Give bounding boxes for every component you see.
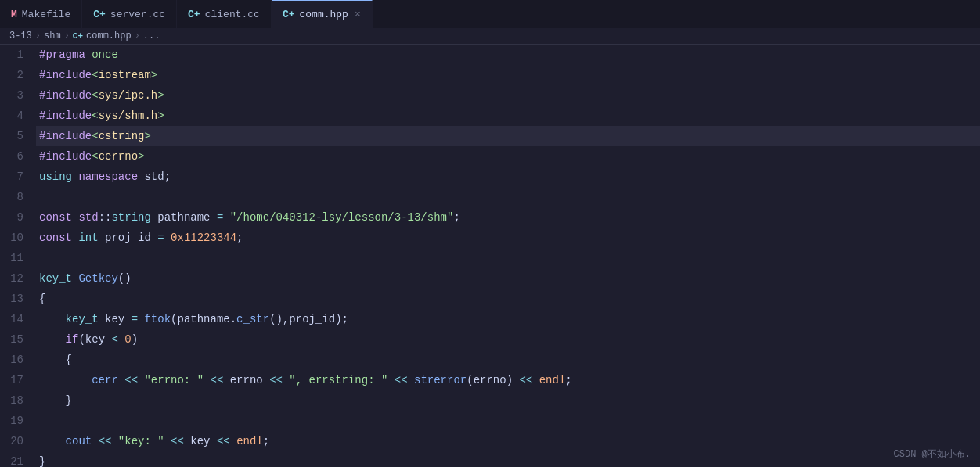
code-line-3: #include<sys/ipc.h> [36, 85, 980, 106]
breadcrumb: 3-13 › shm › C+ comm.hpp › ... [0, 28, 980, 45]
cpp-icon-server: C+ [93, 9, 106, 20]
code-line-13: { [36, 289, 980, 309]
breadcrumb-sep-3: › [135, 31, 140, 41]
tab-close-comm-hpp[interactable]: × [355, 9, 361, 20]
hpp-icon-comm: C+ [283, 9, 295, 20]
tab-comm-hpp[interactable]: C+ comm.hpp × [272, 0, 373, 28]
code-line-16: { [36, 350, 980, 370]
breadcrumb-sep-1: › [35, 31, 41, 41]
breadcrumb-sep-2: › [64, 31, 70, 41]
breadcrumb-part-4: ... [143, 31, 160, 41]
breadcrumb-part-2: shm [44, 31, 61, 41]
code-line-18: } [36, 390, 980, 411]
code-line-19 [36, 411, 980, 431]
code-line-8 [36, 187, 980, 207]
tab-makefile[interactable]: M Makefile [0, 0, 82, 28]
tab-bar: M Makefile C+ server.cc C+ client.cc C+ … [0, 0, 980, 28]
tab-client-cc[interactable]: C+ client.cc [177, 0, 272, 28]
code-line-15: if(key < 0) [36, 329, 980, 350]
tab-label-comm-hpp: comm.hpp [300, 9, 348, 20]
makefile-icon: M [11, 9, 17, 20]
code-line-14: key_t key = ftok(pathname.c_str(),proj_i… [36, 309, 980, 329]
code-line-11 [36, 248, 980, 268]
code-line-12: key_t Getkey() [36, 268, 980, 289]
breadcrumb-icon: C+ [73, 31, 83, 41]
tab-label-client-cc: client.cc [205, 9, 260, 20]
code-area: 1234 5678 9101112 13141516 17181920 21 #… [0, 45, 980, 467]
code-line-2: #include<iostream> [36, 65, 980, 85]
tab-server-cc[interactable]: C+ server.cc [82, 0, 177, 28]
breadcrumb-part-3: comm.hpp [86, 31, 132, 41]
code-line-21: } [36, 451, 980, 467]
code-line-9: const std::string pathname = "/home/0403… [36, 207, 980, 228]
cpp-icon-client: C+ [188, 9, 200, 20]
tab-label-makefile: Makefile [22, 9, 70, 20]
code-line-10: const int proj_id = 0x11223344; [36, 228, 980, 248]
breadcrumb-part-1: 3-13 [9, 31, 32, 41]
watermark: CSDN @不如小布. [894, 447, 971, 461]
code-line-4: #include<sys/shm.h> [36, 106, 980, 126]
code-line-17: cerr << "errno: " << errno << ", errstri… [36, 370, 980, 390]
code-line-20: cout << "key: " << key << endl; [36, 431, 980, 451]
tab-label-server-cc: server.cc [110, 9, 165, 20]
code-line-1: #pragma once [36, 45, 980, 65]
code-line-5: #include<cstring> [36, 126, 980, 146]
code-line-7: using namespace std; [36, 167, 980, 187]
code-content[interactable]: #pragma once #include<iostream> #include… [33, 45, 980, 467]
line-numbers: 1234 5678 9101112 13141516 17181920 21 [0, 45, 33, 467]
code-line-6: #include<cerrno> [36, 146, 980, 167]
